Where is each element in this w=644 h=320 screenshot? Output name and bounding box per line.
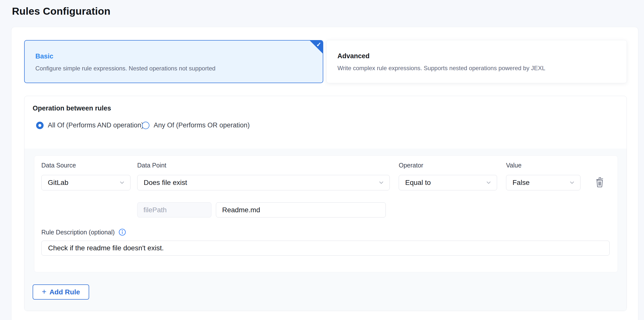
rule-description-input[interactable] xyxy=(41,241,610,256)
info-icon[interactable] xyxy=(118,228,126,236)
rule-description-label: Rule Description (optional) xyxy=(41,229,115,236)
page-title: Rules Configuration xyxy=(12,5,110,17)
operator-value: Equal to xyxy=(405,179,485,187)
chevron-down-icon xyxy=(485,179,492,186)
data-source-label: Data Source xyxy=(41,162,76,169)
check-icon: ✓ xyxy=(316,41,321,48)
add-rule-button[interactable]: + Add Rule xyxy=(32,285,89,300)
data-point-label: Data Point xyxy=(137,162,166,169)
radio-any-of-label: Any Of (Performs OR operation) xyxy=(154,121,250,129)
delete-rule-button[interactable] xyxy=(594,176,605,189)
trash-icon xyxy=(595,177,604,188)
radio-all-of-label: All Of (Performs AND operation) xyxy=(48,121,144,129)
value-label: Value xyxy=(506,162,522,169)
advanced-card-title: Advanced xyxy=(338,52,370,60)
value-select[interactable]: False xyxy=(506,175,580,190)
file-path-value-input[interactable] xyxy=(216,202,386,218)
value-value: False xyxy=(512,179,569,187)
rule-description-label-row: Rule Description (optional) xyxy=(41,228,126,236)
radio-all-of[interactable]: All Of (Performs AND operation) xyxy=(36,121,144,129)
operation-radio-group: All Of (Performs AND operation) Any Of (… xyxy=(24,121,626,130)
basic-card-description: Configure simple rule expressions. Neste… xyxy=(35,65,216,72)
radio-selected-icon[interactable] xyxy=(36,122,44,129)
data-source-value: GitLab xyxy=(48,179,119,187)
mode-card-advanced[interactable]: Advanced Write complex rule expressions.… xyxy=(326,40,627,83)
operator-select[interactable]: Equal to xyxy=(399,175,497,190)
data-point-select[interactable]: Does file exist xyxy=(137,175,390,190)
radio-unselected-icon[interactable] xyxy=(142,122,150,129)
advanced-card-description: Write complex rule expressions. Supports… xyxy=(338,65,546,72)
mode-card-basic[interactable]: Basic Configure simple rule expressions.… xyxy=(24,40,323,83)
rule-card: Data Source Data Point Operator Value Gi… xyxy=(34,156,618,272)
data-point-value: Does file exist xyxy=(144,179,378,187)
data-source-select[interactable]: GitLab xyxy=(41,175,130,190)
rules-configuration-container: Basic Configure simple rule expressions.… xyxy=(11,27,638,320)
operator-label: Operator xyxy=(399,162,423,169)
basic-card-title: Basic xyxy=(35,52,53,60)
chevron-down-icon xyxy=(569,179,575,186)
plus-icon: + xyxy=(42,288,46,296)
operation-heading: Operation between rules xyxy=(32,104,111,112)
radio-any-of[interactable]: Any Of (Performs OR operation) xyxy=(142,121,250,129)
chevron-down-icon xyxy=(119,179,125,186)
chevron-down-icon xyxy=(378,179,384,186)
file-path-param-input[interactable] xyxy=(137,202,212,218)
add-rule-label: Add Rule xyxy=(49,288,80,296)
rules-panel: Operation between rules All Of (Performs… xyxy=(24,96,627,311)
